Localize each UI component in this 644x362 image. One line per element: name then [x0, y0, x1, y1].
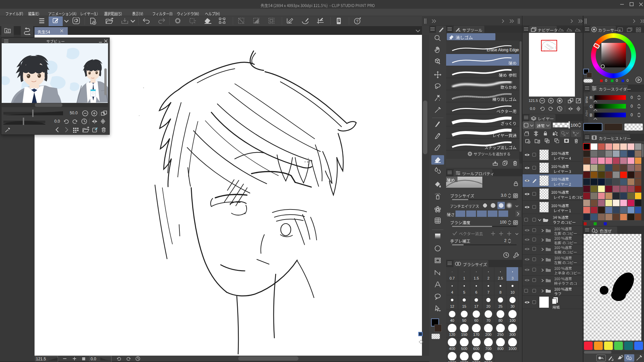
- svg-text:?: ?: [356, 19, 359, 24]
